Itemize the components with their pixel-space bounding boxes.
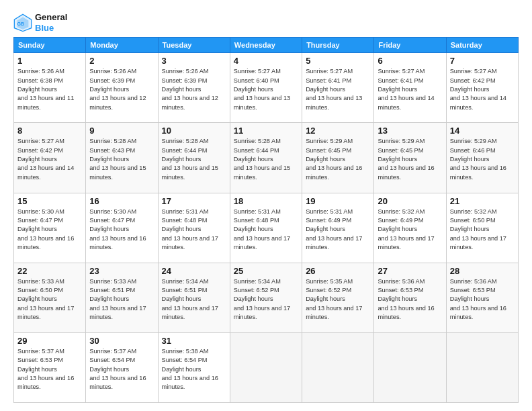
day-info: Sunrise: 5:38 AM Sunset: 6:54 PM Dayligh…: [162, 347, 226, 392]
day-number: 29: [17, 336, 82, 346]
calendar-cell: 29 Sunrise: 5:37 AM Sunset: 6:53 PM Dayl…: [14, 332, 86, 402]
calendar-cell: 20 Sunrise: 5:32 AM Sunset: 6:49 PM Dayl…: [374, 193, 446, 263]
day-number: 16: [89, 196, 154, 206]
day-info: Sunrise: 5:27 AM Sunset: 6:41 PM Dayligh…: [306, 67, 370, 112]
day-number: 7: [450, 56, 515, 66]
day-info: Sunrise: 5:27 AM Sunset: 6:41 PM Dayligh…: [378, 67, 442, 112]
calendar-cell: 11 Sunrise: 5:28 AM Sunset: 6:44 PM Dayl…: [230, 123, 302, 193]
calendar-cell: 19 Sunrise: 5:31 AM Sunset: 6:49 PM Dayl…: [302, 193, 374, 263]
calendar-cell: 5 Sunrise: 5:27 AM Sunset: 6:41 PM Dayli…: [302, 53, 374, 123]
day-number: 19: [306, 196, 370, 206]
day-info: Sunrise: 5:27 AM Sunset: 6:40 PM Dayligh…: [234, 67, 298, 112]
day-number: 2: [89, 56, 154, 66]
calendar-cell: 24 Sunrise: 5:34 AM Sunset: 6:51 PM Dayl…: [158, 263, 230, 332]
day-info: Sunrise: 5:31 AM Sunset: 6:48 PM Dayligh…: [234, 208, 298, 253]
calendar-cell: 10 Sunrise: 5:28 AM Sunset: 6:44 PM Dayl…: [158, 123, 230, 193]
day-info: Sunrise: 5:33 AM Sunset: 6:51 PM Dayligh…: [89, 277, 154, 322]
svg-text:GB: GB: [17, 21, 24, 26]
calendar-cell: 26 Sunrise: 5:35 AM Sunset: 6:52 PM Dayl…: [302, 263, 374, 332]
header: GB General Blue: [13, 12, 519, 33]
calendar-cell: 8 Sunrise: 5:27 AM Sunset: 6:42 PM Dayli…: [14, 123, 86, 193]
day-number: 28: [450, 266, 515, 276]
calendar-cell: 9 Sunrise: 5:28 AM Sunset: 6:43 PM Dayli…: [86, 123, 158, 193]
page: GB General Blue SundayMondayTuesdayWedne…: [0, 0, 532, 411]
day-number: 15: [17, 196, 82, 206]
day-number: 14: [450, 126, 515, 136]
day-number: 10: [162, 126, 226, 136]
day-info: Sunrise: 5:28 AM Sunset: 6:44 PM Dayligh…: [234, 137, 298, 182]
calendar-cell: 16 Sunrise: 5:30 AM Sunset: 6:47 PM Dayl…: [86, 193, 158, 263]
calendar-cell: [374, 332, 446, 402]
day-number: 24: [162, 266, 226, 276]
day-info: Sunrise: 5:33 AM Sunset: 6:50 PM Dayligh…: [17, 277, 82, 322]
day-info: Sunrise: 5:30 AM Sunset: 6:47 PM Dayligh…: [89, 208, 154, 253]
day-info: Sunrise: 5:36 AM Sunset: 6:53 PM Dayligh…: [450, 277, 515, 322]
day-number: 5: [306, 56, 370, 66]
calendar-cell: 3 Sunrise: 5:26 AM Sunset: 6:39 PM Dayli…: [158, 53, 230, 123]
calendar-cell: 15 Sunrise: 5:30 AM Sunset: 6:47 PM Dayl…: [14, 193, 86, 263]
day-info: Sunrise: 5:32 AM Sunset: 6:49 PM Dayligh…: [378, 208, 442, 253]
calendar-cell: 23 Sunrise: 5:33 AM Sunset: 6:51 PM Dayl…: [86, 263, 158, 332]
day-number: 25: [234, 266, 298, 276]
day-info: Sunrise: 5:37 AM Sunset: 6:54 PM Dayligh…: [89, 347, 154, 392]
day-number: 30: [89, 336, 154, 346]
day-info: Sunrise: 5:26 AM Sunset: 6:39 PM Dayligh…: [162, 67, 226, 112]
day-number: 1: [17, 56, 82, 66]
day-number: 9: [89, 126, 154, 136]
calendar-cell: 18 Sunrise: 5:31 AM Sunset: 6:48 PM Dayl…: [230, 193, 302, 263]
day-info: Sunrise: 5:31 AM Sunset: 6:48 PM Dayligh…: [162, 208, 226, 253]
day-info: Sunrise: 5:35 AM Sunset: 6:52 PM Dayligh…: [306, 277, 370, 322]
calendar: SundayMondayTuesdayWednesdayThursdayFrid…: [13, 37, 519, 403]
day-info: Sunrise: 5:37 AM Sunset: 6:53 PM Dayligh…: [17, 347, 82, 392]
day-info: Sunrise: 5:34 AM Sunset: 6:52 PM Dayligh…: [234, 277, 298, 322]
calendar-cell: 14 Sunrise: 5:29 AM Sunset: 6:46 PM Dayl…: [446, 123, 518, 193]
calendar-cell: 7 Sunrise: 5:27 AM Sunset: 6:42 PM Dayli…: [446, 53, 518, 123]
day-info: Sunrise: 5:32 AM Sunset: 6:50 PM Dayligh…: [450, 208, 515, 253]
calendar-week-2: 8 Sunrise: 5:27 AM Sunset: 6:42 PM Dayli…: [14, 123, 519, 193]
calendar-week-3: 15 Sunrise: 5:30 AM Sunset: 6:47 PM Dayl…: [14, 193, 519, 263]
calendar-cell: 28 Sunrise: 5:36 AM Sunset: 6:53 PM Dayl…: [446, 263, 518, 332]
day-info: Sunrise: 5:26 AM Sunset: 6:38 PM Dayligh…: [17, 67, 82, 112]
calendar-week-1: 1 Sunrise: 5:26 AM Sunset: 6:38 PM Dayli…: [14, 53, 519, 123]
calendar-week-4: 22 Sunrise: 5:33 AM Sunset: 6:50 PM Dayl…: [14, 263, 519, 332]
calendar-cell: 31 Sunrise: 5:38 AM Sunset: 6:54 PM Dayl…: [158, 332, 230, 402]
day-number: 4: [234, 56, 298, 66]
day-number: 27: [378, 266, 442, 276]
calendar-cell: 6 Sunrise: 5:27 AM Sunset: 6:41 PM Dayli…: [374, 53, 446, 123]
day-number: 12: [306, 126, 370, 136]
logo-text: General Blue: [35, 12, 67, 33]
day-info: Sunrise: 5:36 AM Sunset: 6:53 PM Dayligh…: [378, 277, 442, 322]
calendar-header-sunday: Sunday: [14, 38, 86, 53]
day-number: 3: [162, 56, 226, 66]
calendar-header-friday: Friday: [374, 38, 446, 53]
day-info: Sunrise: 5:26 AM Sunset: 6:39 PM Dayligh…: [89, 67, 154, 112]
calendar-cell: 27 Sunrise: 5:36 AM Sunset: 6:53 PM Dayl…: [374, 263, 446, 332]
day-number: 17: [162, 196, 226, 206]
day-info: Sunrise: 5:30 AM Sunset: 6:47 PM Dayligh…: [17, 208, 82, 253]
calendar-cell: 25 Sunrise: 5:34 AM Sunset: 6:52 PM Dayl…: [230, 263, 302, 332]
logo: GB General Blue: [13, 12, 67, 33]
calendar-cell: 1 Sunrise: 5:26 AM Sunset: 6:38 PM Dayli…: [14, 53, 86, 123]
calendar-header-monday: Monday: [86, 38, 158, 53]
day-number: 11: [234, 126, 298, 136]
day-info: Sunrise: 5:27 AM Sunset: 6:42 PM Dayligh…: [450, 67, 515, 112]
calendar-cell: 2 Sunrise: 5:26 AM Sunset: 6:39 PM Dayli…: [86, 53, 158, 123]
calendar-cell: [446, 332, 518, 402]
calendar-week-5: 29 Sunrise: 5:37 AM Sunset: 6:53 PM Dayl…: [14, 332, 519, 402]
day-info: Sunrise: 5:28 AM Sunset: 6:44 PM Dayligh…: [162, 137, 226, 182]
day-info: Sunrise: 5:29 AM Sunset: 6:46 PM Dayligh…: [450, 137, 515, 182]
calendar-cell: 17 Sunrise: 5:31 AM Sunset: 6:48 PM Dayl…: [158, 193, 230, 263]
calendar-header-tuesday: Tuesday: [158, 38, 230, 53]
day-number: 21: [450, 196, 515, 206]
calendar-cell: [230, 332, 302, 402]
day-number: 18: [234, 196, 298, 206]
calendar-cell: 30 Sunrise: 5:37 AM Sunset: 6:54 PM Dayl…: [86, 332, 158, 402]
logo-icon: GB: [13, 13, 32, 32]
day-info: Sunrise: 5:27 AM Sunset: 6:42 PM Dayligh…: [17, 137, 82, 182]
day-number: 26: [306, 266, 370, 276]
calendar-header-row: SundayMondayTuesdayWednesdayThursdayFrid…: [14, 38, 519, 53]
day-info: Sunrise: 5:31 AM Sunset: 6:49 PM Dayligh…: [306, 208, 370, 253]
day-info: Sunrise: 5:29 AM Sunset: 6:45 PM Dayligh…: [378, 137, 442, 182]
day-number: 22: [17, 266, 82, 276]
day-info: Sunrise: 5:29 AM Sunset: 6:45 PM Dayligh…: [306, 137, 370, 182]
